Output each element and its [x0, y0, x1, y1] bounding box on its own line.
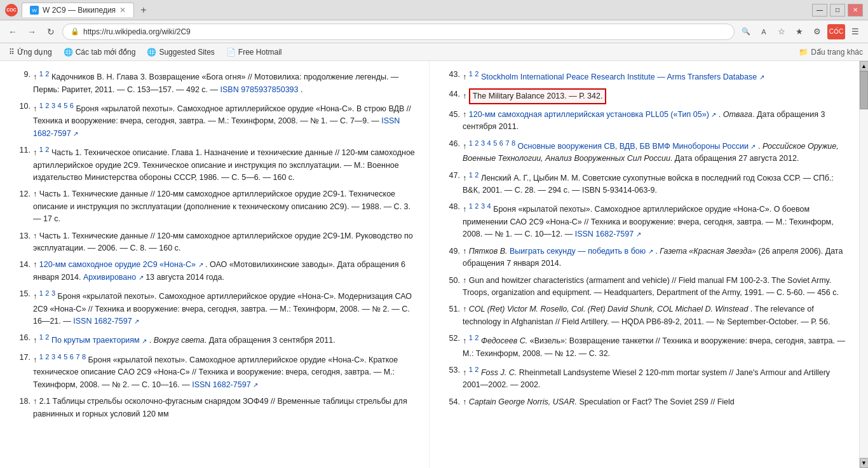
- ref-sup-2[interactable]: 2: [45, 102, 49, 109]
- ref-sup-2[interactable]: 2: [45, 289, 49, 297]
- ref-sup-1[interactable]: 1: [39, 70, 43, 78]
- ref-sup-1[interactable]: 1: [39, 146, 43, 153]
- ref-sup-5[interactable]: 5: [493, 139, 497, 147]
- ext-link-43[interactable]: [759, 72, 764, 81]
- back-button[interactable]: ←: [5, 24, 20, 39]
- ref-link-14[interactable]: 120-мм самоходное орудие 2С9 «Нона-С»: [39, 260, 196, 269]
- scroll-down-button[interactable]: ▼: [860, 458, 869, 468]
- close-button[interactable]: ✕: [848, 4, 863, 17]
- ref-arrow: ↑: [33, 189, 39, 198]
- scroll-container[interactable]: 9. ↑ 1 2 Кадочников В. Н. Глава 3. Возвр…: [0, 61, 859, 468]
- ext-link-15[interactable]: [134, 317, 139, 326]
- ext-link-16[interactable]: [142, 336, 147, 345]
- ref-link-45[interactable]: 120-мм самоходная артиллерийская установ…: [469, 110, 709, 119]
- ref-sup-1[interactable]: 1: [39, 353, 43, 361]
- forward-button[interactable]: →: [24, 24, 39, 39]
- ref-num-10: 10.: [13, 100, 31, 140]
- ref-sup-5[interactable]: 5: [64, 353, 67, 361]
- ref-sup-2[interactable]: 2: [475, 171, 478, 179]
- ref-sup-2[interactable]: 2: [475, 139, 478, 147]
- ref-sup-1[interactable]: 1: [39, 333, 43, 341]
- ref-sup-4[interactable]: 4: [487, 202, 491, 210]
- ref-sup-6[interactable]: 6: [70, 353, 74, 361]
- ref-link-43[interactable]: Stockholm International Peace Research I…: [481, 72, 757, 81]
- scroll-up-button[interactable]: ▲: [860, 61, 869, 71]
- ref-sup-5[interactable]: 5: [64, 102, 67, 109]
- scrollbar[interactable]: ▲ ▼: [859, 61, 868, 468]
- ref-link-16[interactable]: По крутым траекториям: [51, 336, 140, 345]
- isbn-link-9[interactable]: ISBN 9785937850393: [220, 85, 298, 94]
- bookmark-apps[interactable]: ⠿ Ứng dụng: [5, 46, 56, 58]
- settings-icon[interactable]: ⚙: [810, 24, 825, 39]
- ref-sup-3[interactable]: 3: [51, 102, 55, 109]
- zoom-icon[interactable]: 🔍: [738, 24, 754, 39]
- browser-tab[interactable]: W W 2C9 — Википедия ✕: [22, 3, 134, 17]
- ref-sup-6[interactable]: 6: [499, 139, 503, 147]
- ref-text: Rheinmetall Landsysteme Wiesel 2 120-mm …: [463, 368, 830, 389]
- tab-close-button[interactable]: ✕: [119, 6, 126, 15]
- ref-sup-4[interactable]: 4: [58, 102, 62, 109]
- ref-sup-1[interactable]: 1: [469, 334, 473, 341]
- ref-sup-2[interactable]: 2: [45, 353, 49, 361]
- ref-sup-1[interactable]: 1: [469, 366, 473, 373]
- ref-sup-8[interactable]: 8: [82, 353, 86, 361]
- new-tab-button[interactable]: +: [137, 3, 150, 17]
- ref-sup-1[interactable]: 1: [469, 171, 473, 179]
- ext-link-49[interactable]: [648, 247, 653, 256]
- bookmark-tabs[interactable]: 🌐 Các tab mới đồng: [60, 46, 140, 58]
- ref-link-46[interactable]: Основные вооружения СВ, ВДВ, БВ ВМФ Мино…: [518, 142, 749, 151]
- issn-link-15[interactable]: ISSN 1682-7597: [73, 317, 132, 326]
- ref-sup-7[interactable]: 7: [505, 139, 509, 147]
- ext-link-10[interactable]: [73, 129, 78, 138]
- ref-sup-6[interactable]: 6: [70, 102, 74, 109]
- ext-link-17[interactable]: [253, 380, 258, 389]
- star-icon[interactable]: ☆: [774, 24, 789, 39]
- ext-link-48[interactable]: [636, 230, 641, 238]
- ref-sup-3[interactable]: 3: [51, 353, 55, 361]
- ref-sup-7[interactable]: 7: [76, 353, 79, 361]
- maximize-button[interactable]: □: [830, 4, 845, 17]
- ref-sup-2[interactable]: 2: [45, 70, 49, 78]
- bookmark-suggested[interactable]: 🌐 Suggested Sites: [143, 46, 218, 58]
- translate-icon[interactable]: A: [756, 24, 771, 39]
- minimize-button[interactable]: —: [812, 4, 827, 17]
- ref-sup-8[interactable]: 8: [512, 139, 515, 147]
- suggested-label: Suggested Sites: [159, 48, 214, 57]
- menu-icon[interactable]: ☰: [848, 24, 863, 39]
- ref-sup-4[interactable]: 4: [487, 139, 491, 147]
- scroll-thumb[interactable]: [860, 71, 868, 109]
- issn-link-48[interactable]: ISSN 1682-7597: [575, 230, 634, 238]
- ref-sup-2[interactable]: 2: [475, 366, 478, 373]
- ref-arrow: ↑: [33, 336, 39, 345]
- ref-sup-4[interactable]: 4: [58, 353, 62, 361]
- ref-sup-2[interactable]: 2: [45, 146, 49, 153]
- archived-link-14[interactable]: Архивировано: [83, 273, 136, 282]
- ref-sup-2[interactable]: 2: [475, 202, 478, 210]
- archived-ext-14[interactable]: [139, 273, 144, 282]
- ref-sup-1[interactable]: 1: [469, 139, 473, 147]
- ref-sup-3[interactable]: 3: [51, 289, 55, 297]
- ref-sup-2[interactable]: 2: [475, 70, 478, 78]
- ext-link-45[interactable]: [711, 110, 716, 119]
- star-filled-icon[interactable]: ★: [792, 24, 807, 39]
- dau-trang-button[interactable]: 📁 Dấu trang khác: [799, 48, 863, 57]
- coc-icon[interactable]: CỐC: [827, 24, 845, 39]
- address-bar[interactable]: 🔒 https://ru.wikipedia.org/wiki/2C9: [62, 24, 735, 40]
- ref-body-47: ↑ 1 2 Ленский А. Г., Цыбин М. М. Советск…: [463, 170, 846, 197]
- ref-link-49[interactable]: Выиграть секунду — победить в бою: [510, 247, 646, 256]
- ext-link-46[interactable]: [750, 142, 756, 151]
- ref-sup-1[interactable]: 1: [469, 70, 473, 78]
- apps-icon: ⠿: [9, 48, 15, 57]
- ref-sup-1[interactable]: 1: [39, 102, 43, 109]
- bookmark-hotmail[interactable]: 📄 Free Hotmail: [222, 46, 286, 58]
- ref-sup-1[interactable]: 1: [469, 202, 473, 210]
- ref-sup-2[interactable]: 2: [475, 334, 478, 341]
- ref-sup-2[interactable]: 2: [45, 333, 49, 341]
- ref-sup-1[interactable]: 1: [39, 289, 43, 297]
- ref-sup-3[interactable]: 3: [481, 139, 485, 147]
- refresh-button[interactable]: ↻: [43, 24, 58, 39]
- address-text: https://ru.wikipedia.org/wiki/2C9: [83, 27, 191, 36]
- issn-link-17[interactable]: ISSN 1682-7597: [192, 380, 250, 389]
- ref-sup-3[interactable]: 3: [481, 202, 485, 210]
- ext-link-14[interactable]: [198, 260, 203, 269]
